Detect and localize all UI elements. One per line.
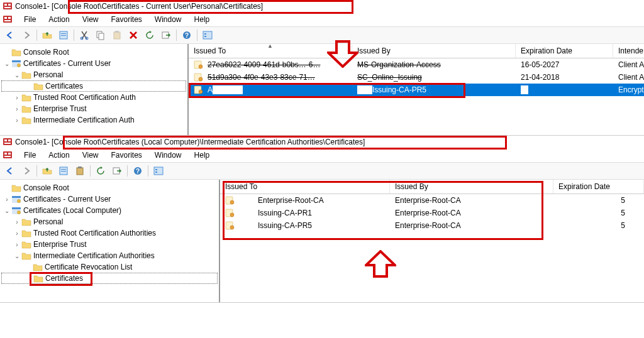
- cert-row[interactable]: 51d9a30e-4f0e-43e3-83ce-71… SC_Online_Is…: [189, 71, 644, 84]
- tree-cert-local-computer[interactable]: ⌄ Certificates (Local Computer): [1, 205, 218, 216]
- tree-label: Enterprise Trust: [33, 240, 87, 249]
- tree-trusted-root[interactable]: › Trusted Root Certification Auth: [1, 92, 186, 103]
- chevron-down-icon[interactable]: ⌄: [3, 207, 11, 214]
- col-intended[interactable]: Intende: [613, 44, 644, 58]
- chevron-right-icon[interactable]: ›: [13, 117, 21, 124]
- folder-icon: [11, 183, 21, 192]
- folder-icon: [21, 217, 31, 226]
- delete-button[interactable]: [126, 28, 141, 42]
- chevron-down-icon[interactable]: ⌄: [13, 72, 21, 79]
- cert-icon: [194, 73, 204, 82]
- nav-forward-button[interactable]: [19, 164, 34, 178]
- col-issued-to[interactable]: Issued To: [220, 180, 390, 194]
- help-button[interactable]: [179, 28, 194, 42]
- menu-favorites[interactable]: Favorites: [105, 150, 148, 161]
- col-expiration[interactable]: Expiration Date: [516, 44, 613, 58]
- nav-back-button[interactable]: [3, 28, 18, 42]
- window-title-path: - [Console Root\Certificates (Local Comp…: [47, 138, 365, 146]
- menubar: File Action View Favorites Window Help: [0, 148, 644, 162]
- chevron-right-icon[interactable]: ›: [13, 106, 21, 112]
- menu-file[interactable]: File: [18, 150, 42, 161]
- mmc-app-icon: [3, 137, 13, 147]
- chevron-down-icon[interactable]: ⌄: [3, 60, 11, 67]
- certstore-icon: [11, 59, 21, 68]
- nav-back-button[interactable]: [3, 164, 18, 178]
- chevron-right-icon[interactable]: ›: [3, 196, 11, 203]
- chevron-right-icon[interactable]: ›: [13, 94, 21, 101]
- tree-crl[interactable]: Certificate Revocation List: [1, 261, 218, 273]
- chevron-right-icon[interactable]: ›: [13, 230, 21, 237]
- col-expiration[interactable]: Expiration Date: [553, 180, 644, 194]
- cert-row[interactable]: Issuing-CA-PR1 Enterprise-Root-CA 5: [220, 207, 644, 219]
- cert-row[interactable]: 27ea6022-4009-461d-b0bs…-6… MS-Organizat…: [189, 58, 644, 71]
- tree-label: Certificates: [45, 82, 83, 90]
- list-view-button[interactable]: [200, 28, 215, 42]
- menu-help[interactable]: Help: [188, 150, 216, 161]
- tree-trusted-root[interactable]: › Trusted Root Certification Authorities: [1, 227, 218, 239]
- cert-list-pane: Issued To Issued By Expiration Date Ente…: [220, 180, 644, 302]
- tree-personal-certificates[interactable]: Certificates: [1, 80, 186, 92]
- tree-label: Intermediate Certification Authorities: [33, 251, 155, 260]
- menu-favorites[interactable]: Favorites: [105, 14, 148, 25]
- refresh-button[interactable]: [142, 28, 157, 42]
- export-button[interactable]: [109, 164, 125, 178]
- cert-row[interactable]: Issuing-CA-PR5 Enterprise-Root-CA 5: [220, 219, 644, 232]
- tree-cert-current-user[interactable]: › Certificates - Current User: [1, 194, 218, 205]
- cert-row[interactable]: Enterprise-Root-CA Enterprise-Root-CA 5: [220, 194, 644, 207]
- menu-view[interactable]: View: [76, 14, 105, 25]
- properties-button[interactable]: [56, 164, 71, 178]
- tree-console-root[interactable]: Console Root: [1, 182, 218, 194]
- nav-forward-button[interactable]: [19, 28, 34, 42]
- tree-pane[interactable]: Console Root › Certificates - Current Us…: [0, 180, 220, 302]
- tree-console-root[interactable]: Console Root: [1, 46, 186, 58]
- tree-pane[interactable]: Console Root ⌄ Certificates - Current Us…: [0, 44, 189, 135]
- export-button[interactable]: [158, 28, 174, 42]
- menu-action[interactable]: Action: [42, 150, 75, 161]
- menu-help[interactable]: Help: [188, 14, 216, 25]
- chevron-right-icon[interactable]: ›: [13, 241, 21, 248]
- annotation-arrow-down: [327, 40, 358, 68]
- menu-file[interactable]: File: [18, 14, 42, 25]
- tree-enterprise-trust[interactable]: › Enterprise Trust: [1, 239, 218, 250]
- tree-label: Personal: [33, 70, 63, 79]
- help-button[interactable]: [130, 164, 145, 178]
- folder-icon: [21, 104, 31, 113]
- col-issued-by[interactable]: Issued By: [390, 180, 553, 194]
- cert-icon: [225, 221, 235, 230]
- menu-window[interactable]: Window: [148, 150, 188, 161]
- cert-icon: [194, 60, 204, 69]
- chevron-right-icon[interactable]: ›: [13, 219, 21, 226]
- tree-label: Certificate Revocation List: [45, 263, 132, 271]
- tree-label: Certificates (Local Computer): [23, 206, 121, 215]
- tree-label: Certificates: [45, 274, 83, 283]
- titlebar: Console1 - [Console Root\Certificates - …: [0, 0, 644, 13]
- refresh-button[interactable]: [93, 164, 108, 178]
- col-issued-by[interactable]: Issued By: [352, 44, 516, 58]
- tree-label: Enterprise Trust: [33, 104, 87, 113]
- copy-button[interactable]: [93, 28, 108, 42]
- list-view-button[interactable]: [151, 164, 166, 178]
- tree-cert-current-user[interactable]: ⌄ Certificates - Current User: [1, 58, 186, 69]
- clipboard-button[interactable]: [72, 164, 87, 178]
- menu-action[interactable]: Action: [42, 14, 75, 25]
- paste-button[interactable]: [109, 28, 125, 42]
- up-button[interactable]: [40, 164, 55, 178]
- cert-icon: [194, 85, 204, 94]
- tree-enterprise-trust[interactable]: › Enterprise Trust: [1, 103, 186, 114]
- chevron-down-icon[interactable]: ⌄: [13, 253, 21, 259]
- list-header: Issued To Issued By Expiration Date: [220, 180, 644, 194]
- up-button[interactable]: [40, 28, 55, 42]
- folder-icon: [33, 82, 43, 90]
- properties-button[interactable]: [56, 28, 71, 42]
- menu-window[interactable]: Window: [148, 14, 188, 25]
- tree-personal[interactable]: ⌄ Personal: [1, 69, 186, 80]
- cert-row-selected[interactable]: Axxxxxxxx xxxxIssuing-CA-PR5 xx Encrypt: [189, 84, 644, 96]
- cut-button[interactable]: [77, 28, 92, 42]
- certstore-icon: [11, 206, 21, 215]
- tree-personal[interactable]: › Personal: [1, 216, 218, 227]
- tree-intermediate-ca[interactable]: ⌄ Intermediate Certification Authorities: [1, 250, 218, 261]
- menu-view[interactable]: View: [76, 150, 105, 161]
- tree-intermediate-ca[interactable]: › Intermediate Certification Auth: [1, 114, 186, 126]
- tree-intermediate-certificates[interactable]: Certificates: [1, 273, 218, 284]
- certstore-icon: [11, 195, 21, 204]
